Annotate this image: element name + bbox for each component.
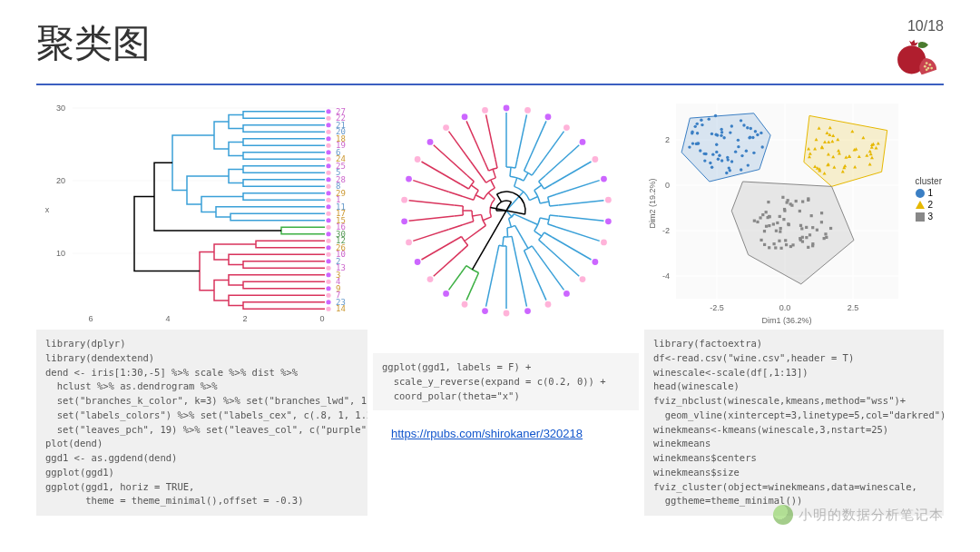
svg-point-163 — [750, 127, 752, 130]
svg-rect-213 — [772, 242, 775, 245]
svg-text:2.5: 2.5 — [848, 303, 859, 312]
svg-point-123 — [503, 310, 509, 317]
svg-point-108 — [503, 105, 509, 112]
svg-point-2 — [928, 64, 931, 66]
svg-rect-218 — [801, 240, 804, 242]
svg-point-193 — [710, 133, 713, 135]
svg-point-190 — [720, 159, 723, 162]
svg-point-94 — [326, 266, 330, 271]
svg-point-72 — [326, 191, 330, 195]
svg-point-127 — [426, 276, 433, 282]
svg-point-188 — [696, 142, 699, 144]
svg-point-133 — [414, 156, 420, 163]
svg-point-149 — [729, 169, 731, 172]
svg-point-111 — [564, 124, 570, 131]
svg-rect-257 — [779, 215, 781, 218]
svg-point-203 — [696, 132, 699, 134]
svg-point-131 — [401, 197, 407, 203]
pomegranate-icon — [893, 38, 944, 78]
svg-point-148 — [720, 131, 723, 133]
svg-point-121 — [544, 301, 551, 308]
svg-point-174 — [740, 168, 742, 171]
svg-point-153 — [742, 123, 745, 126]
svg-rect-253 — [820, 221, 823, 223]
svg-rect-260 — [799, 210, 801, 212]
svg-text:-4: -4 — [662, 271, 670, 281]
svg-point-162 — [714, 114, 717, 117]
svg-rect-242 — [823, 237, 826, 240]
svg-point-82 — [326, 225, 330, 230]
svg-point-194 — [711, 153, 714, 155]
svg-point-124 — [482, 308, 488, 314]
svg-point-202 — [709, 162, 711, 164]
svg-point-151 — [710, 166, 713, 169]
svg-rect-235 — [807, 197, 809, 200]
svg-text:6: 6 — [88, 314, 93, 323]
code-block-3: library(factoextra) df<-read.csv("wine.c… — [644, 330, 944, 516]
svg-point-173 — [694, 125, 697, 128]
svg-point-66 — [326, 171, 330, 175]
svg-text:10: 10 — [56, 249, 65, 258]
svg-point-152 — [746, 126, 749, 129]
svg-text:14: 14 — [336, 304, 346, 313]
svg-point-56 — [326, 136, 330, 141]
svg-point-205 — [691, 130, 693, 133]
svg-rect-249 — [772, 222, 775, 225]
svg-point-98 — [326, 280, 330, 284]
svg-point-167 — [717, 157, 720, 160]
svg-point-198 — [703, 159, 706, 162]
svg-rect-206 — [811, 226, 814, 229]
svg-rect-267 — [808, 233, 811, 236]
svg-point-156 — [729, 131, 731, 133]
svg-point-84 — [326, 232, 330, 236]
svg-point-201 — [703, 153, 706, 155]
svg-rect-244 — [763, 243, 766, 246]
svg-point-6 — [926, 68, 928, 71]
svg-point-106 — [326, 307, 330, 311]
svg-rect-261 — [781, 196, 784, 199]
svg-point-119 — [579, 276, 585, 282]
svg-point-166 — [748, 136, 750, 139]
svg-point-186 — [720, 134, 722, 137]
svg-text:20: 20 — [56, 176, 65, 185]
source-link[interactable]: https://rpubs.com/shirokaner/320218 — [391, 427, 639, 440]
svg-point-48 — [326, 109, 330, 113]
svg-rect-210 — [799, 224, 802, 227]
svg-point-181 — [754, 130, 757, 133]
svg-point-112 — [579, 139, 585, 145]
svg-rect-228 — [776, 222, 779, 224]
svg-point-74 — [326, 198, 330, 202]
svg-rect-252 — [790, 204, 793, 207]
svg-point-118 — [592, 259, 598, 265]
svg-point-3 — [924, 65, 926, 68]
svg-point-62 — [326, 157, 330, 162]
svg-point-184 — [745, 150, 748, 153]
svg-rect-264 — [800, 227, 803, 230]
svg-point-120 — [564, 291, 570, 297]
svg-point-164 — [756, 133, 759, 136]
svg-point-147 — [691, 142, 694, 144]
svg-point-54 — [326, 130, 330, 134]
svg-rect-230 — [801, 236, 804, 239]
svg-rect-225 — [789, 245, 792, 248]
svg-point-135 — [443, 124, 449, 131]
svg-point-159 — [699, 149, 701, 152]
svg-rect-258 — [787, 199, 789, 202]
svg-point-195 — [730, 124, 733, 127]
svg-point-100 — [326, 286, 330, 291]
svg-rect-243 — [765, 211, 768, 213]
dendrogram-horizontal-chart: 30 20 10 x 6 4 2 0 272221201819624255288… — [36, 94, 368, 326]
svg-rect-254 — [756, 221, 759, 223]
svg-point-150 — [701, 123, 703, 126]
svg-point-116 — [604, 218, 611, 224]
svg-point-5 — [930, 67, 933, 70]
svg-rect-236 — [779, 247, 782, 250]
svg-rect-215 — [767, 216, 769, 219]
svg-rect-241 — [779, 227, 782, 230]
svg-point-96 — [326, 272, 330, 277]
svg-point-189 — [725, 172, 728, 174]
svg-point-122 — [524, 308, 531, 314]
svg-point-132 — [406, 176, 412, 182]
svg-point-126 — [443, 291, 449, 297]
wechat-icon — [773, 505, 793, 525]
